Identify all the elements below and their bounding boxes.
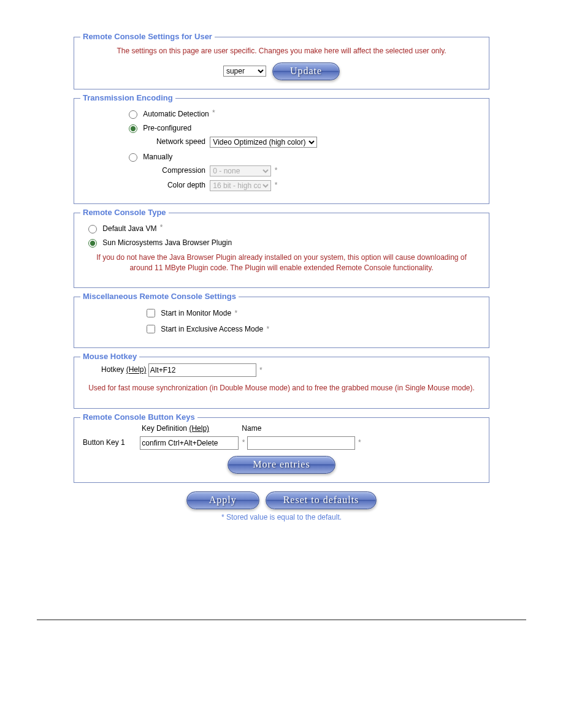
- misc-fieldset: Miscellaneous Remote Console Settings St…: [74, 297, 489, 348]
- button-keys-fieldset: Remote Console Button Keys Key Definitio…: [74, 417, 489, 483]
- transmission-fieldset: Transmission Encoding Automatic Detectio…: [74, 98, 489, 204]
- console-type-note: If you do not have the Java Browser Plug…: [83, 252, 480, 273]
- update-button[interactable]: Update: [272, 63, 340, 80]
- manually-label: Manually: [143, 152, 172, 161]
- transmission-legend: Transmission Encoding: [80, 93, 175, 102]
- key-definition-header: Key Definition: [142, 424, 187, 433]
- default-java-radio[interactable]: [88, 225, 97, 233]
- asterisk: *: [234, 309, 237, 317]
- exclusive-mode-checkbox[interactable]: [147, 325, 155, 333]
- button-key-name-input[interactable]: [247, 436, 355, 450]
- asterisk: *: [358, 438, 361, 447]
- manually-radio[interactable]: [129, 153, 137, 162]
- network-speed-select[interactable]: Video Optimized (high color): [210, 137, 317, 148]
- network-speed-label: Network speed: [138, 137, 205, 146]
- settings-fieldset: Remote Console Settings for User The set…: [74, 37, 489, 89]
- hotkey-legend: Mouse Hotkey: [80, 352, 139, 361]
- color-depth-label: Color depth: [138, 181, 205, 189]
- preconfigured-label: Pre-configured: [143, 123, 191, 132]
- settings-note: The settings on this page are user speci…: [83, 46, 480, 56]
- asterisk: *: [242, 438, 245, 447]
- reset-defaults-button[interactable]: Reset to defaults: [266, 491, 377, 509]
- monitor-mode-checkbox[interactable]: [147, 309, 155, 317]
- preconfigured-radio[interactable]: [129, 124, 137, 133]
- button-key-definition-input[interactable]: [140, 436, 239, 450]
- compression-label: Compression: [138, 166, 205, 175]
- asterisk: *: [275, 181, 278, 189]
- sun-java-label: Sun Microsystems Java Browser Plugin: [102, 238, 232, 246]
- hotkey-label: Hotkey: [101, 366, 124, 374]
- asterisk: *: [275, 166, 278, 175]
- console-type-fieldset: Remote Console Type Default Java VM * Su…: [74, 213, 489, 289]
- button-key-label: Button Key 1: [83, 438, 138, 447]
- hotkey-note: Used for fast mouse synchronization (in …: [83, 383, 480, 393]
- hotkey-input[interactable]: [148, 363, 256, 377]
- color-depth-select: 16 bit - high col: [210, 180, 271, 191]
- hotkey-help-link[interactable]: (Help): [126, 366, 147, 374]
- asterisk: *: [160, 223, 163, 232]
- asterisk: *: [259, 366, 262, 374]
- user-select[interactable]: super: [223, 66, 266, 77]
- footer-note: * Stored value is equal to the default.: [74, 513, 489, 521]
- compression-select: 0 - none: [210, 165, 271, 176]
- asterisk: *: [212, 108, 215, 117]
- default-java-label: Default Java VM: [102, 224, 156, 232]
- misc-legend: Miscellaneous Remote Console Settings: [80, 292, 239, 301]
- auto-detection-radio[interactable]: [129, 110, 137, 119]
- more-entries-button[interactable]: More entries: [228, 456, 335, 474]
- button-key-row: Button Key 1 * *: [83, 436, 480, 450]
- key-definition-help-link[interactable]: (Help): [189, 424, 209, 433]
- page-rule: [37, 620, 526, 620]
- apply-button[interactable]: Apply: [186, 491, 259, 509]
- hotkey-fieldset: Mouse Hotkey Hotkey (Help) * Used for fa…: [74, 357, 489, 409]
- exclusive-mode-label: Start in Exclusive Access Mode: [161, 325, 263, 333]
- button-keys-legend: Remote Console Button Keys: [80, 412, 197, 422]
- auto-detection-label: Automatic Detection: [143, 109, 209, 118]
- name-header: Name: [242, 424, 261, 433]
- console-type-legend: Remote Console Type: [80, 208, 169, 217]
- settings-legend: Remote Console Settings for User: [80, 32, 215, 41]
- asterisk: *: [266, 325, 269, 333]
- sun-java-radio[interactable]: [88, 239, 97, 248]
- monitor-mode-label: Start in Monitor Mode: [161, 309, 231, 317]
